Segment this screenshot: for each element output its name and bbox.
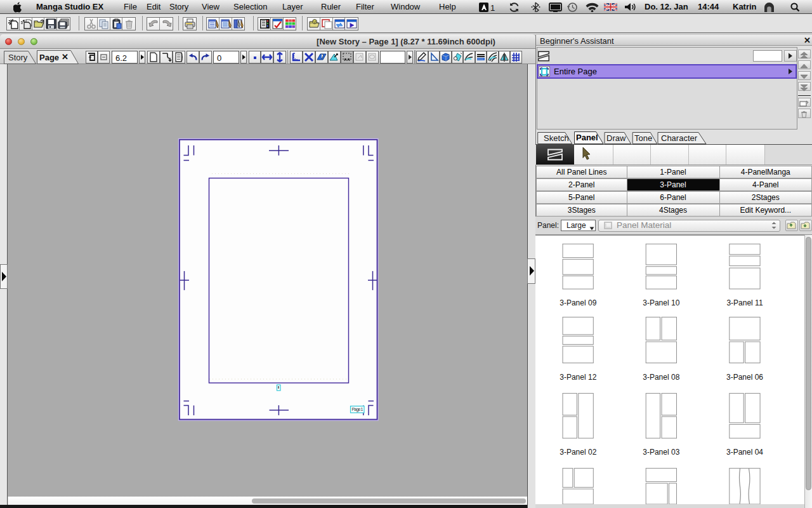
svg-text:Page 1: Page 1: [352, 407, 363, 412]
